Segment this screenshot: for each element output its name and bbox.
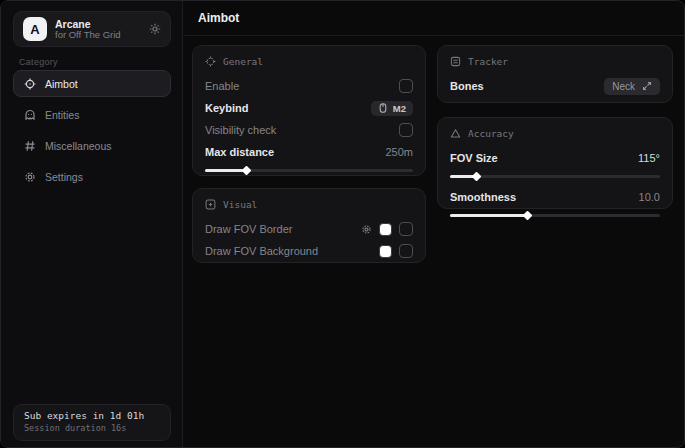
card-visual-header: Visual xyxy=(205,199,413,210)
sidebar-item-aimbot[interactable]: Aimbot xyxy=(13,70,171,97)
accuracy-icon xyxy=(450,128,461,139)
fov-background-color-swatch[interactable] xyxy=(379,245,392,258)
slider-fill xyxy=(450,214,528,217)
sub-expires-text: Sub expires in 1d 01h xyxy=(24,410,160,421)
keybind-value: M2 xyxy=(393,103,406,114)
row-enable: Enable xyxy=(205,75,413,97)
row-max-distance: Max distance 250m xyxy=(205,141,413,163)
row-keybind: Keybind M2 xyxy=(205,97,413,119)
fov-border-color-swatch[interactable] xyxy=(379,223,392,236)
smoothness-value: 10.0 xyxy=(639,191,660,203)
gear-icon xyxy=(24,171,36,183)
border-settings-gear-icon[interactable] xyxy=(361,224,372,235)
draw-fov-background-checkbox[interactable] xyxy=(399,244,413,258)
row-label: Draw FOV Background xyxy=(205,245,318,257)
sidebar-item-label: Entities xyxy=(45,109,79,121)
row-label: Enable xyxy=(205,80,239,92)
card-title: Tracker xyxy=(468,56,508,67)
row-bones: Bones Neck xyxy=(450,75,660,97)
sidebar-item-entities[interactable]: Entities xyxy=(13,101,171,128)
max-distance-slider[interactable] xyxy=(205,169,413,172)
card-visual: Visual Draw FOV Border Draw FOV Back xyxy=(192,188,426,263)
visibility-check-checkbox[interactable] xyxy=(399,123,413,137)
sparkle-box-icon xyxy=(205,199,216,210)
card-accuracy-header: Accuracy xyxy=(450,128,660,139)
bones-select-button[interactable]: Neck xyxy=(604,78,660,95)
app-window: A Arcane for Off The Grid Category xyxy=(0,0,685,448)
settings-gear-icon[interactable] xyxy=(149,23,161,35)
row-label: Smoothness xyxy=(450,191,516,203)
sidebar: A Arcane for Off The Grid Category xyxy=(1,1,183,447)
card-general-header: General xyxy=(205,56,413,67)
main-header: Aimbot xyxy=(184,1,684,36)
session-duration-text: Session duration 16s xyxy=(24,423,160,433)
entities-icon xyxy=(24,109,36,121)
card-tracker-header: Tracker xyxy=(450,56,660,67)
slider-fill xyxy=(450,175,477,178)
sidebar-item-label: Miscellaneous xyxy=(45,140,112,152)
fov-size-value: 115° xyxy=(638,152,660,164)
sidebar-item-label: Aimbot xyxy=(45,78,78,90)
crosshair-icon xyxy=(24,78,36,90)
card-tracker: Tracker Bones Neck xyxy=(437,45,673,103)
enable-checkbox[interactable] xyxy=(399,79,413,93)
keybind-button[interactable]: M2 xyxy=(371,101,413,116)
sidebar-nav: Aimbot Entities Miscella xyxy=(13,70,171,194)
row-label: FOV Size xyxy=(450,152,498,164)
category-label: Category xyxy=(19,57,58,67)
row-label: Max distance xyxy=(205,146,274,158)
smoothness-slider[interactable] xyxy=(450,214,660,217)
brand-subtitle: for Off The Grid xyxy=(55,30,141,41)
row-label: Bones xyxy=(450,80,484,92)
sidebar-item-miscellaneous[interactable]: Miscellaneous xyxy=(13,132,171,159)
expand-icon xyxy=(642,81,652,91)
row-fov-size: FOV Size 115° xyxy=(450,147,660,169)
row-label: Keybind xyxy=(205,102,248,114)
card-title: General xyxy=(223,56,263,67)
brand-card: A Arcane for Off The Grid xyxy=(13,11,171,47)
page-title: Aimbot xyxy=(198,11,239,25)
main-panel: Aimbot General Enable Keybind xyxy=(184,1,684,447)
brand-title: Arcane xyxy=(55,18,141,30)
row-label: Draw FOV Border xyxy=(205,223,292,235)
row-label: Visibility check xyxy=(205,124,276,136)
row-draw-fov-background: Draw FOV Background xyxy=(205,240,413,262)
max-distance-value: 250m xyxy=(385,146,413,158)
mouse-icon xyxy=(378,103,388,113)
brand-text: Arcane for Off The Grid xyxy=(55,18,141,41)
card-title: Visual xyxy=(223,199,257,210)
row-smoothness: Smoothness 10.0 xyxy=(450,186,660,208)
row-visibility-check: Visibility check xyxy=(205,119,413,141)
card-title: Accuracy xyxy=(468,128,514,139)
fov-size-slider[interactable] xyxy=(450,175,660,178)
tracker-icon xyxy=(450,56,461,67)
draw-fov-border-checkbox[interactable] xyxy=(399,222,413,236)
card-general: General Enable Keybind M2 xyxy=(192,45,426,176)
row-draw-fov-border: Draw FOV Border xyxy=(205,218,413,240)
brand-logo: A xyxy=(23,17,47,41)
slider-fill xyxy=(205,169,247,172)
bones-value: Neck xyxy=(612,81,635,92)
misc-icon xyxy=(24,140,36,152)
scope-icon xyxy=(205,56,216,67)
sidebar-item-label: Settings xyxy=(45,171,83,183)
sidebar-item-settings[interactable]: Settings xyxy=(13,163,171,190)
card-accuracy: Accuracy FOV Size 115° Smoothness 10.0 xyxy=(437,117,673,209)
subscription-card: Sub expires in 1d 01h Session duration 1… xyxy=(13,404,171,441)
